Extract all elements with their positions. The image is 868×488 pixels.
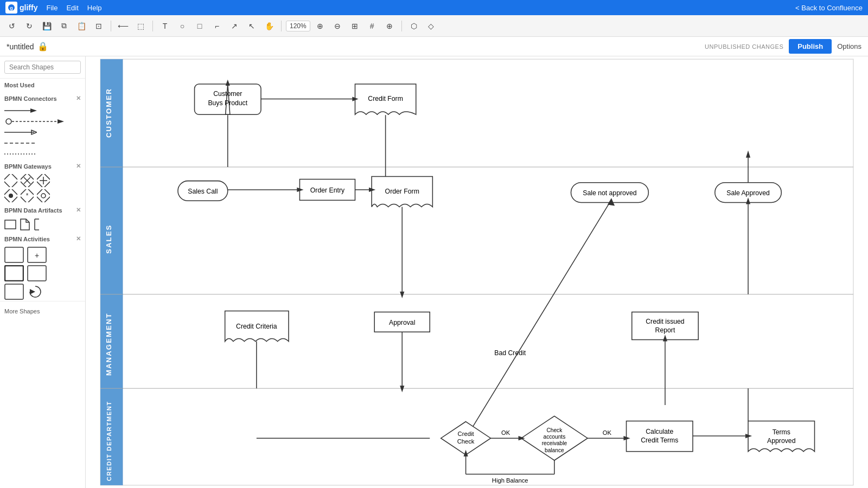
diagram-svg: CUSTOMER SALES MANAGEMENT CREDIT DEPARTM… xyxy=(86,56,868,488)
undo-button[interactable]: ↺ xyxy=(4,18,20,34)
menu-bar: g gliffy File Edit Help < Back to Conflu… xyxy=(0,0,868,15)
gateway-plus-icon[interactable] xyxy=(37,174,50,187)
paste-button[interactable]: 📋 xyxy=(74,18,89,34)
data-object-icon[interactable] xyxy=(20,218,30,231)
copy-button[interactable]: ⧉ xyxy=(56,18,72,34)
publish-button[interactable]: Publish xyxy=(789,39,832,54)
pointer-button[interactable]: ⟵ xyxy=(116,18,131,34)
svg-rect-25 xyxy=(5,220,16,229)
svg-text:OK: OK xyxy=(501,429,510,436)
svg-text:Sales Call: Sales Call xyxy=(188,188,218,195)
close-gateways-icon[interactable]: ✕ xyxy=(76,163,81,170)
bpmn-data-artifacts-label: BPMN Data Artifacts xyxy=(4,207,62,214)
select2-tool[interactable]: ↖ xyxy=(244,18,259,34)
connector-solid-plain-row[interactable] xyxy=(0,127,85,138)
grid-button[interactable]: # xyxy=(365,18,380,34)
gateways-row1 xyxy=(0,173,85,188)
svg-text:MANAGEMENT: MANAGEMENT xyxy=(105,312,113,376)
svg-text:Check: Check xyxy=(546,427,563,433)
svg-text:Customer: Customer xyxy=(213,90,242,98)
toolbar: ↺ ↻ 💾 ⧉ 📋 ⊡ ⟵ ⬚ T ○ □ ⌐ ↗ ↖ ✋ 120% ⊕ ⊖ ⊞… xyxy=(0,15,868,37)
redo-button[interactable]: ↻ xyxy=(22,18,37,34)
most-used-header: Most Used xyxy=(0,79,85,92)
svg-text:Credit issued: Credit issued xyxy=(646,318,685,325)
back-to-confluence-link[interactable]: < Back to Confluence xyxy=(795,4,863,12)
hand-tool[interactable]: ✋ xyxy=(261,18,277,34)
gateway-asterisk-icon[interactable]: * xyxy=(21,189,34,202)
connector-dashed-row[interactable] xyxy=(0,138,85,149)
menu-help[interactable]: Help xyxy=(87,4,102,12)
data-store-icon[interactable] xyxy=(4,218,16,231)
logo-text: gliffy xyxy=(20,3,37,12)
close-activities-icon[interactable]: ✕ xyxy=(76,235,81,242)
arrow-tool[interactable]: ↗ xyxy=(227,18,242,34)
zoom-in-button[interactable]: ⊕ xyxy=(312,18,328,34)
gateway-x-icon[interactable] xyxy=(21,174,34,187)
svg-text:g: g xyxy=(10,5,13,11)
document-title[interactable]: *untitled xyxy=(7,42,34,51)
clone-button[interactable]: ⊡ xyxy=(91,18,106,34)
diagram-canvas[interactable]: CUSTOMER SALES MANAGEMENT CREDIT DEPARTM… xyxy=(86,56,868,488)
svg-text:Bad Credit: Bad Credit xyxy=(494,349,526,357)
svg-text:Credit Criteria: Credit Criteria xyxy=(236,323,277,330)
gateway-plain-icon[interactable] xyxy=(4,174,17,187)
loop-icon[interactable] xyxy=(27,284,43,300)
bottombar: More Shapes xyxy=(0,301,85,320)
rect-tool[interactable]: □ xyxy=(192,18,207,34)
svg-text:accounts: accounts xyxy=(543,434,565,440)
shapes-button[interactable]: ◇ xyxy=(424,18,439,34)
close-data-artifacts-icon[interactable]: ✕ xyxy=(76,207,81,214)
connector-solid-icon xyxy=(4,106,37,115)
subprocess-icon[interactable]: + xyxy=(27,247,47,263)
fit-page-button[interactable]: ⊞ xyxy=(347,18,362,34)
close-connectors-icon[interactable]: ✕ xyxy=(76,95,81,102)
svg-text:receivable: receivable xyxy=(542,440,567,446)
connector-dotted-row[interactable] xyxy=(0,149,85,159)
sidebar-search-container xyxy=(0,56,85,79)
svg-text:Approved: Approved xyxy=(767,437,796,445)
svg-text:CUSTOMER: CUSTOMER xyxy=(105,88,113,138)
svg-rect-12 xyxy=(4,174,17,187)
bpmn-data-artifacts-header[interactable]: BPMN Data Artifacts ✕ xyxy=(0,203,85,217)
loop-activity-icon[interactable] xyxy=(27,265,47,281)
connector-circle-dash-row[interactable] xyxy=(0,116,85,127)
text-tool[interactable]: T xyxy=(157,18,173,34)
circle-tool[interactable]: ○ xyxy=(175,18,190,34)
select-button[interactable]: ⬚ xyxy=(133,18,148,34)
save-button[interactable]: 💾 xyxy=(39,18,54,34)
zoom-out-button[interactable]: ⊖ xyxy=(330,18,345,34)
main-area: Most Used BPMN Connectors ✕ xyxy=(0,56,868,488)
svg-text:Approval: Approval xyxy=(389,319,415,326)
svg-rect-35 xyxy=(5,284,23,299)
line-tool[interactable]: ⌐ xyxy=(209,18,225,34)
menu-file[interactable]: File xyxy=(46,4,58,12)
more-shapes-link[interactable]: More Shapes xyxy=(4,308,40,314)
connector-solid-arrow-row[interactable] xyxy=(0,105,85,116)
bpmn-activities-header[interactable]: BPMN Activities ✕ xyxy=(0,232,85,246)
svg-rect-34 xyxy=(28,266,46,281)
call-activity-icon[interactable] xyxy=(4,265,24,281)
layers-button[interactable]: ⬡ xyxy=(406,18,422,34)
annotation-icon[interactable] xyxy=(34,218,50,231)
svg-text:Sale Approved: Sale Approved xyxy=(726,189,770,197)
search-input[interactable] xyxy=(4,61,81,74)
gateways-row2: * xyxy=(0,188,85,203)
data-artifacts-row xyxy=(0,217,85,232)
zoom-level[interactable]: 120% xyxy=(286,21,310,31)
bpmn-connectors-label: BPMN Connectors xyxy=(4,95,57,102)
activities-row3 xyxy=(0,282,85,301)
gateway-circle-icon[interactable] xyxy=(4,189,17,202)
bpmn-connectors-header[interactable]: BPMN Connectors ✕ xyxy=(0,92,85,105)
event-activity-icon[interactable] xyxy=(4,284,24,300)
svg-text:Buys Product: Buys Product xyxy=(208,99,247,107)
svg-point-24 xyxy=(41,194,46,198)
bpmn-gateways-header[interactable]: BPMN Gateways ✕ xyxy=(0,159,85,173)
bpmn-gateways-label: BPMN Gateways xyxy=(4,163,52,170)
gateway-o-icon[interactable] xyxy=(37,189,50,202)
menu-edit[interactable]: Edit xyxy=(66,4,78,12)
task-icon[interactable] xyxy=(4,247,24,263)
options-button[interactable]: Options xyxy=(837,42,861,50)
add-button[interactable]: ⊕ xyxy=(382,18,397,34)
svg-marker-7 xyxy=(58,119,64,124)
bpmn-activities-label: BPMN Activities xyxy=(4,236,50,242)
